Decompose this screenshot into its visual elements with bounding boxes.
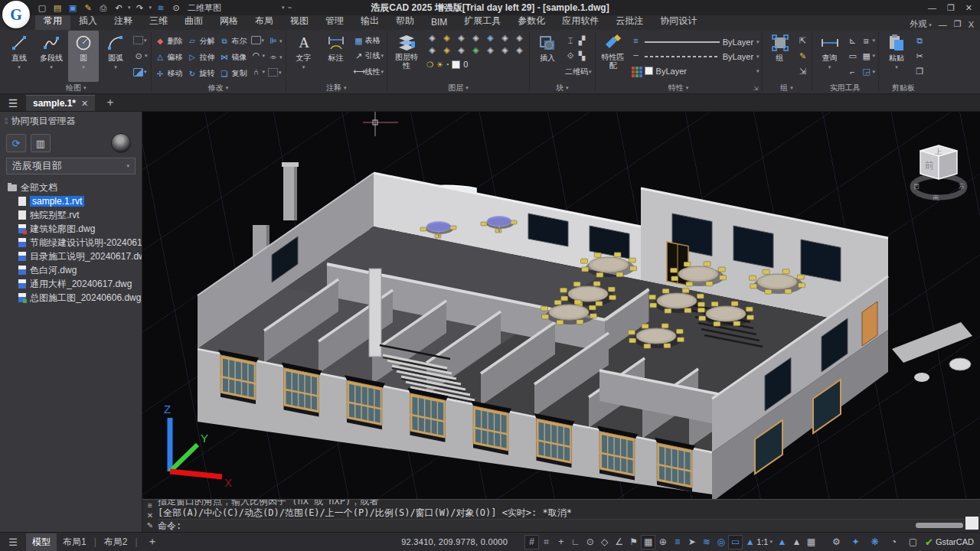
lineweight-dropdown[interactable]: ByLayer▾ [645,34,760,49]
cmd-close-icon[interactable]: ✕ [147,511,153,520]
command-resize-corner[interactable] [965,517,978,530]
polar-tracking-toggle[interactable]: ⊙ [583,535,597,549]
copy-tool[interactable]: ❏复制 [218,66,249,82]
status-menu-icon[interactable]: ☰ [0,536,26,548]
tab-home[interactable]: 常用 [35,13,70,30]
new-layout-button[interactable]: ＋ [139,535,165,549]
file-item[interactable]: 目录施工说明_20240617.dwg [18,249,142,263]
table-tool-icon[interactable]: ▦ [354,36,364,46]
explode-tool[interactable]: ▱分解 [186,33,217,49]
layer-properties-button[interactable]: 图层特性 [390,31,423,82]
annotation-monitor-toggle[interactable]: ▭ [728,535,743,549]
plot-icon[interactable]: ⎙ [96,2,110,14]
panel-label-clipboard[interactable]: 剪贴板 [881,82,926,93]
line-tool[interactable]: 直线▾ [4,31,34,82]
layer-prev-icon[interactable]: ◈ [498,45,512,57]
array-tool-icon[interactable] [251,36,261,44]
color-dropdown[interactable]: ByLayer▾ [645,64,760,78]
leader-tool-icon[interactable]: ↗ [354,51,364,61]
donut-tool-icon[interactable]: ⊙ [133,51,144,61]
ribbon-restore-button[interactable]: ❐ [954,19,962,29]
hardware-bulb-icon[interactable]: ❋ [867,535,882,549]
hatch-display-toggle[interactable]: ▦ [641,535,655,549]
document-tab-sample1[interactable]: sample.1* ✕ [26,95,95,111]
settings-gear-icon[interactable]: ⚙ [829,535,844,549]
layer-merge-icon[interactable]: ◈ [498,33,512,45]
tab-manage[interactable]: 管理 [317,13,352,30]
cmd-drag-handle-icon[interactable]: ≡ [148,501,152,510]
3d-object-snap-toggle[interactable]: ⚑ [626,535,641,549]
layer-lock-icon[interactable]: ◈ [469,33,483,45]
calculator-icon[interactable]: ▦ [861,51,872,61]
tree-root-all-documents[interactable]: 全部文档 [8,181,142,194]
layout2-tab[interactable]: 布局2 [98,533,134,551]
dimension-tool[interactable]: 标注 [321,31,351,82]
minimize-button[interactable]: — [928,3,936,13]
panel-label-draw[interactable]: 绘图▾ [4,82,149,93]
tab-surface[interactable]: 曲面 [176,13,211,30]
panel-grip-icon[interactable]: ⁞⁞ [5,117,8,126]
tab-close-icon[interactable]: ✕ [81,99,88,109]
qr-grid2-icon[interactable]: ▚ [577,51,587,61]
comment-icon[interactable]: ⊙ [169,2,183,14]
layer-isolate-icon[interactable]: ◈ [483,33,498,45]
copy-settings-icon[interactable]: ⧈ [861,36,872,46]
annotation-visibility-toggle[interactable]: ▲ [789,535,804,549]
file-item[interactable]: 节能绿建设计说明-20240612.d [18,236,142,249]
layer-freeze-icon[interactable]: ◈ [454,33,469,45]
align-tool-icon[interactable]: ⊫ [268,36,279,46]
tab-view[interactable]: 视图 [282,13,317,30]
file-item[interactable]: 通用大样_20240617.dwg [18,277,142,291]
toolbar-overflow-icon[interactable]: ≂ [288,5,292,11]
mirror-tool[interactable]: ⋈镜像 [218,49,249,65]
block-edit-icon[interactable]: ⟐ [565,51,576,61]
tab-insert[interactable]: 插入 [70,13,106,30]
circle-tool[interactable]: 圆▾ [68,31,99,82]
panel-label-utilities[interactable]: 实用工具 [815,82,877,93]
save-icon[interactable]: ▣ [66,2,80,14]
tab-mesh[interactable]: 网格 [211,13,247,30]
layer-states-icon[interactable]: ≋ [154,2,168,14]
polyline-tool[interactable]: 多段线▾ [36,31,67,82]
panel-label-layers[interactable]: 图层▾ [390,82,527,93]
tab-annotate[interactable]: 注释 [106,13,141,30]
document-menu-icon[interactable]: ☰ [0,97,26,111]
text-tool[interactable]: A 文字▾ [289,31,319,82]
zoom-tool-button[interactable]: ◎ [714,535,728,549]
angle-measure-icon[interactable]: ⊾ [848,36,858,46]
layer-dropdown[interactable]: ❍ ☀ ▪ 0 [425,57,527,71]
panel-label-block[interactable]: 块▾ [532,82,593,93]
tab-collaboration[interactable]: 协同设计 [652,13,705,30]
command-scrollbar[interactable] [916,523,963,528]
close-button[interactable]: ✕ [965,3,972,13]
layer-current-icon[interactable]: ◈ [512,45,527,57]
sync-button[interactable]: ⟳ [6,134,26,152]
break-tool-icon[interactable]: ⌯ [268,52,279,62]
linetype-dropdown[interactable]: ByLayer▾ [645,49,760,64]
open-file-icon[interactable]: ▤ [51,2,64,14]
group-select-icon[interactable]: ⇲ [798,67,808,77]
new-file-icon[interactable]: ▢ [35,2,49,14]
grid-display-toggle[interactable]: # [524,535,539,549]
lineweight-display-toggle[interactable]: ≡ [670,535,684,549]
rotate-tool[interactable]: ↻旋转 [186,66,217,82]
model-tab[interactable]: 模型 [26,533,57,551]
linetype-icon[interactable]: ┄ [631,51,642,60]
layer-on-icon[interactable]: ◈ [439,33,454,45]
layer-state-icon[interactable]: ◈ [425,33,439,45]
cut-scissors-icon[interactable]: ✂ [914,51,925,61]
quick-view-table-button[interactable]: ▦ [804,535,818,549]
copy-clip-icon[interactable]: ⧉ [914,36,925,46]
save-as-icon[interactable]: ✎ [81,2,95,14]
match-properties-tool[interactable]: 特性匹配 [598,31,629,82]
tab-output[interactable]: 输出 [352,13,387,30]
annotation-scale-control[interactable]: ▲ 1:1 ▾ [745,535,773,549]
color-grid-icon[interactable] [632,67,635,70]
dynamic-ucs-toggle[interactable]: ⊕ [655,535,670,549]
clean-screen-icon[interactable]: ▢ [906,535,920,549]
ruler-icon[interactable]: ▭ [848,51,858,61]
drawing-canvas[interactable]: 西 南 东 上 前 Z Y X [142,112,980,499]
layer-match-icon[interactable]: ◈ [483,45,498,57]
view-cube[interactable]: 西 南 东 上 前 [910,141,968,205]
tab-parametric[interactable]: 参数化 [509,13,554,30]
